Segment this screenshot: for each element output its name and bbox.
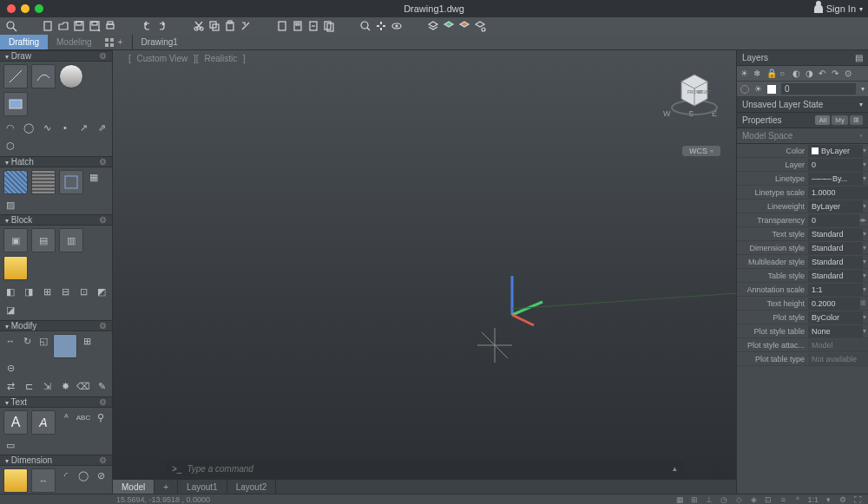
tab-modeling[interactable]: Modeling [48,35,101,49]
layer4-icon[interactable] [474,20,486,32]
property-value[interactable]: 0 [808,214,859,226]
print-icon[interactable] [104,20,116,32]
property-row-text-style[interactable]: Text styleStandard▾ [737,227,868,241]
tool-c[interactable]: ⊞ [40,285,54,298]
layer-off-icon[interactable]: ○ [779,69,790,79]
tool-d[interactable]: ⊟ [58,285,72,298]
save-icon[interactable] [73,20,85,32]
polyline-tool[interactable] [31,64,56,88]
fillet-tool[interactable] [53,334,77,358]
section-draw-header[interactable]: ▾ Draw⚙ [0,50,112,62]
edit-tool[interactable]: ✎ [95,379,108,393]
stretch-tool[interactable]: ⇲ [40,379,54,393]
grid-icon[interactable] [104,37,115,48]
layer-visible-icon[interactable] [740,85,749,94]
gear-icon[interactable]: ⚙ [99,397,107,407]
view-cube[interactable]: FRONT RIGHT [668,66,712,109]
layer-lock-icon[interactable]: 🔒 [766,69,777,79]
section-text-header[interactable]: ▾ Text⚙ [0,396,112,408]
layout-tab-layout2[interactable]: Layout2 [227,480,277,494]
dropdown-caret-icon[interactable]: ▾ [863,272,868,279]
layer2-icon[interactable] [443,20,455,32]
rectangle-tool[interactable] [3,92,28,116]
copy-icon[interactable] [208,20,220,32]
gear-icon[interactable]: ⚙ [99,215,107,225]
status-scale[interactable]: 1:1 [807,495,819,504]
boundary-tool[interactable] [59,170,83,194]
dim-aligned-tool[interactable]: ↔ [31,468,56,493]
text-style-tool[interactable]: ᴬ [59,410,73,424]
block-insert-tool[interactable]: ▣ [3,228,28,252]
status-expand-icon[interactable]: ⛶ [852,494,863,505]
spell-tool[interactable]: ABC [76,410,90,424]
status-dyn-icon[interactable]: ⊡ [763,494,773,505]
orbit-icon[interactable] [391,20,403,32]
picker-icon[interactable]: ⊞ [860,299,868,307]
spline-tool[interactable]: ∿ [40,121,54,134]
property-row-text-height[interactable]: Text height0.2000⊞ [737,297,868,311]
command-line[interactable]: >_ ▴ [165,461,684,476]
property-row-transparency[interactable]: Transparency0◂▸ [737,213,868,227]
status-grid-icon[interactable]: ▦ [674,494,685,505]
status-ortho-icon[interactable]: ⊥ [704,494,714,505]
polygon-tool[interactable]: ⬡ [3,139,17,153]
layer-freeze-icon[interactable]: ❄ [753,69,764,79]
offset-tool[interactable]: ⊏ [22,379,36,393]
property-value[interactable]: 0.2000 [808,298,860,310]
text-tool[interactable]: A [31,410,56,435]
property-value[interactable]: Standard [808,270,863,282]
layout-tab-layout1[interactable]: Layout1 [178,480,227,494]
block-edit-tool[interactable]: ▥ [59,228,83,252]
command-input[interactable] [187,464,667,474]
properties-expand-icon[interactable]: ⊞ [850,115,863,125]
redo-icon[interactable] [156,20,168,32]
property-row-linetype-scale[interactable]: Linetype scale1.0000 [737,186,868,200]
property-value[interactable]: 1.0000 [808,187,868,199]
status-osnap-icon[interactable]: ◇ [733,494,744,505]
document-tab[interactable]: Drawing1 [132,35,187,49]
signin-button[interactable]: Sign In ▾ [814,0,863,17]
dropdown-caret-icon[interactable]: ▾ [863,202,868,210]
property-value[interactable]: Standard [808,256,863,268]
layer3-icon[interactable] [458,20,470,32]
property-value[interactable]: ByColor [808,311,863,324]
layout-tab-add[interactable]: + [155,480,178,494]
layer-state-dropdown[interactable]: Unsaved Layer State ▾ [737,97,868,113]
match-icon[interactable] [240,20,252,32]
layer-uniso-icon[interactable]: ◑ [806,69,816,79]
status-snap-icon[interactable]: ⊞ [689,494,700,505]
property-row-annotation-scale[interactable]: Annotation scale1:1▾ [737,283,868,297]
hatch-edit-tool[interactable]: ▨ [3,198,17,212]
explode-tool[interactable]: ✸ [58,379,72,393]
property-row-linetype[interactable]: Linetype———By...▾ [737,172,868,186]
status-polar-icon[interactable]: ◷ [719,494,729,505]
find-tool[interactable]: ⚲ [94,410,108,424]
sheet2-icon[interactable] [292,20,304,32]
tool-b[interactable]: ◨ [22,285,36,298]
ray-tool[interactable]: ↗ [76,121,90,134]
property-value[interactable]: None [808,325,863,337]
block-create-tool[interactable]: ▤ [31,228,56,252]
gear-icon[interactable]: ⚙ [99,455,107,465]
status-otrack-icon[interactable]: ◈ [748,494,759,505]
circle-tool[interactable] [59,64,83,88]
tool-g[interactable]: ◪ [3,303,17,317]
open-icon[interactable] [57,20,69,32]
property-row-lineweight[interactable]: LineweightByLayer▾ [737,200,868,213]
move-tool[interactable]: ↔ [3,334,17,348]
sheets-icon[interactable] [323,20,335,32]
dropdown-caret-icon[interactable]: ▾ [863,327,868,335]
layer-walk-icon[interactable]: ↷ [832,69,842,79]
property-row-table-style[interactable]: Table styleStandard▾ [737,269,868,283]
layer-sun-icon[interactable]: ☀ [754,84,762,94]
gear-icon[interactable]: ⚙ [99,51,107,61]
gradient-tool[interactable] [31,170,56,194]
block-attr-tool[interactable] [3,256,28,280]
property-value[interactable]: ———By... [808,173,863,185]
scale-tool[interactable]: ◱ [36,334,50,348]
property-row-multileader-style[interactable]: Multileader styleStandard▾ [737,255,868,269]
dropdown-caret-icon[interactable]: ▾ [863,147,868,154]
mirror-tool[interactable]: ⇄ [3,379,17,393]
property-row-layer[interactable]: Layer0▾ [737,158,868,172]
add-tab-icon[interactable]: + [118,37,128,48]
